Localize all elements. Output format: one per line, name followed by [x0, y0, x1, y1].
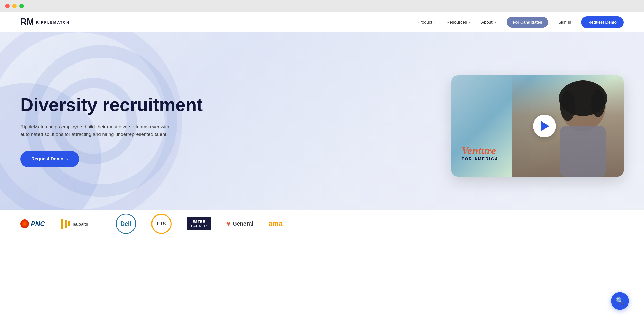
nav-item-resources[interactable]: Resources ▼	[446, 20, 471, 25]
hero-subtitle: RippleMatch helps employers build their …	[20, 123, 182, 138]
hero-content: Diversity recruitment RippleMatch helps …	[20, 95, 210, 168]
svg-rect-6	[61, 219, 63, 229]
pnc-text: PNC	[31, 220, 45, 228]
website-content: RM RIPPLEMATCH Product ▼ Resources ▼ Abo…	[0, 12, 644, 325]
window-chrome	[0, 0, 644, 12]
svg-rect-2	[560, 126, 606, 177]
logo-pnc: PNC	[20, 217, 45, 230]
ets-circle-icon: ETS	[151, 214, 172, 234]
dell-circle-icon: Dell	[116, 214, 136, 234]
hero-section: Diversity recruitment RippleMatch helps …	[0, 32, 644, 210]
chevron-down-icon: ▼	[494, 21, 497, 24]
nav-item-about[interactable]: About ▼	[481, 20, 496, 25]
hero-title: Diversity recruitment	[20, 95, 210, 115]
logo-amazon: ama	[269, 217, 283, 230]
traffic-light-red[interactable]	[5, 4, 10, 8]
chevron-down-icon: ▼	[434, 21, 436, 24]
svg-text:RM: RM	[20, 17, 33, 26]
chevron-down-icon: ▼	[468, 21, 471, 24]
play-triangle-icon	[541, 121, 550, 131]
general-heart-icon: ♥	[226, 220, 231, 228]
play-button[interactable]	[533, 115, 556, 137]
logo-rm-icon: RM	[20, 16, 33, 28]
nav-item-candidates[interactable]: For Candidates	[507, 17, 548, 28]
dell-text: Dell	[120, 220, 131, 227]
for-candidates-button[interactable]: For Candidates	[507, 17, 548, 28]
hero-video-wrapper: Venture FOR AMERICA	[210, 75, 624, 187]
video-overlay: Venture FOR AMERICA	[462, 145, 498, 161]
logo-wordmark: RIPPLEMATCH	[36, 20, 70, 24]
logo-dell: Dell	[116, 217, 136, 230]
svg-rect-8	[68, 221, 70, 226]
svg-text:paloalto: paloalto	[73, 222, 88, 226]
sign-in-button[interactable]: Sign In	[558, 20, 571, 25]
video-card[interactable]: Venture FOR AMERICA	[451, 75, 624, 177]
nav-item-signin[interactable]: Sign In	[558, 20, 571, 25]
svg-rect-7	[65, 220, 67, 228]
venture-text: Venture	[462, 145, 498, 156]
request-demo-nav-button[interactable]: Request Demo	[581, 16, 624, 28]
nav-item-product[interactable]: Product ▼	[418, 20, 437, 25]
video-person-thumbnail	[512, 75, 624, 177]
search-fab-button[interactable]: 🔍	[611, 292, 629, 310]
hero-demo-label: Request Demo	[31, 156, 63, 162]
traffic-light-yellow[interactable]	[12, 4, 17, 8]
logo-palo-alto: paloalto	[60, 217, 101, 230]
nav-item-demo[interactable]: Request Demo	[581, 16, 624, 28]
estee-box: ESTÉELAUDER	[187, 217, 211, 230]
logos-strip: PNC paloalto Dell ETS ESTÉEL	[0, 210, 644, 238]
request-demo-hero-button[interactable]: Request Demo ›	[20, 151, 79, 167]
nav-about-label: About	[481, 20, 492, 25]
traffic-light-green[interactable]	[19, 4, 24, 8]
site-logo[interactable]: RM RIPPLEMATCH	[20, 16, 70, 28]
svg-point-5	[591, 89, 605, 117]
arrow-right-icon: ›	[66, 156, 68, 162]
navigation: RM RIPPLEMATCH Product ▼ Resources ▼ Abo…	[0, 12, 644, 32]
estee-text: ESTÉELAUDER	[191, 220, 207, 228]
general-text: General	[233, 220, 253, 227]
logo-estee: ESTÉELAUDER	[187, 217, 211, 230]
pnc-dot-icon	[20, 219, 29, 228]
search-icon: 🔍	[616, 297, 624, 305]
for-america-text: FOR AMERICA	[462, 157, 498, 161]
nav-resources-label: Resources	[446, 20, 467, 25]
svg-point-4	[560, 91, 575, 121]
nav-product-label: Product	[418, 20, 432, 25]
logo-general: ♥ General	[226, 217, 253, 230]
nav-links: Product ▼ Resources ▼ About ▼ For Candid…	[418, 16, 624, 28]
logo-ets: ETS	[151, 217, 172, 230]
ets-text: ETS	[157, 221, 166, 227]
amazon-text: ama	[269, 220, 283, 228]
